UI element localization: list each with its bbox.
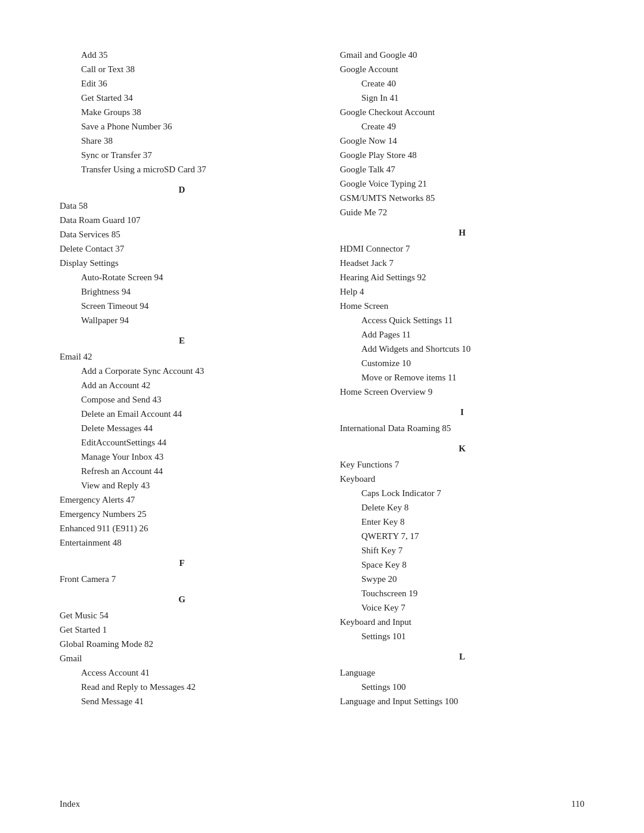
index-entry: Hearing Aid Settings 92 — [340, 270, 584, 284]
index-entry: Customize 10 — [340, 356, 584, 370]
index-entry: Make Groups 38 — [60, 105, 304, 119]
index-entry: Google Talk 47 — [340, 162, 584, 176]
section-letter-k: K — [340, 444, 584, 454]
index-entry: Emergency Numbers 25 — [60, 507, 304, 521]
index-entry: Data 58 — [60, 199, 304, 213]
index-entry: Data Services 85 — [60, 227, 304, 241]
index-entry: View and Reply 43 — [60, 478, 304, 493]
index-entry: Gmail — [60, 651, 304, 665]
section-letter-h: H — [340, 228, 584, 238]
index-entry: Wallpaper 94 — [60, 313, 304, 327]
index-entry: Call or Text 38 — [60, 62, 304, 76]
index-entry: Headset Jack 7 — [340, 256, 584, 270]
index-entry: Enter Key 8 — [340, 515, 584, 529]
index-entry: Edit 36 — [60, 76, 304, 91]
index-entry: Swype 20 — [340, 572, 584, 586]
index-entry: Get Started 1 — [60, 623, 304, 637]
index-entry: Gmail and Google 40 — [340, 48, 584, 62]
index-entry: Manage Your Inbox 43 — [60, 450, 304, 464]
index-entry: QWERTY 7, 17 — [340, 529, 584, 543]
index-entry: Touchscreen 19 — [340, 586, 584, 600]
index-entry: Guide Me 72 — [340, 205, 584, 219]
page-footer: Index 110 — [0, 799, 644, 809]
index-entry: Sync or Transfer 37 — [60, 148, 304, 162]
right-column: Gmail and Google 40Google AccountCreate … — [328, 48, 584, 708]
index-entry: Keyboard — [340, 472, 584, 486]
index-entry: Share 38 — [60, 134, 304, 148]
index-entry: Email 42 — [60, 349, 304, 364]
index-entry: Move or Remove items 11 — [340, 370, 584, 385]
section-letter-e: E — [60, 336, 304, 346]
index-entry: International Data Roaming 85 — [340, 421, 584, 435]
index-entry: Delete Contact 37 — [60, 241, 304, 256]
section-letter-f: F — [60, 558, 304, 568]
index-entry: Add a Corporate Sync Account 43 — [60, 364, 304, 378]
index-entry: Sign In 41 — [340, 91, 584, 105]
left-column: Add 35Call or Text 38Edit 36Get Started … — [60, 48, 328, 708]
index-entry: Google Now 14 — [340, 134, 584, 148]
footer-left: Index — [60, 799, 80, 809]
index-entry: Delete Key 8 — [340, 500, 584, 515]
index-entry: Google Account — [340, 62, 584, 76]
index-entry: Language — [340, 665, 584, 680]
index-entry: Google Play Store 48 — [340, 148, 584, 162]
index-entry: Screen Timeout 94 — [60, 299, 304, 313]
index-entry: Keyboard and Input — [340, 615, 584, 629]
index-entry: Home Screen Overview 9 — [340, 385, 584, 399]
index-entry: Global Roaming Mode 82 — [60, 637, 304, 651]
index-entry: Brightness 94 — [60, 284, 304, 299]
index-entry: GSM/UMTS Networks 85 — [340, 191, 584, 205]
index-entry: Add an Account 42 — [60, 378, 304, 392]
section-letter-i: I — [340, 407, 584, 417]
index-entry: Create 40 — [340, 76, 584, 91]
index-entry: Get Music 54 — [60, 608, 304, 623]
index-entry: Home Screen — [340, 299, 584, 313]
index-entry: Key Functions 7 — [340, 457, 584, 472]
index-entry: Get Started 34 — [60, 91, 304, 105]
index-entry: Access Quick Settings 11 — [340, 313, 584, 327]
index-columns: Add 35Call or Text 38Edit 36Get Started … — [0, 48, 644, 708]
index-entry: Data Roam Guard 107 — [60, 213, 304, 227]
index-entry: Emergency Alerts 47 — [60, 493, 304, 507]
section-letter-g: G — [60, 594, 304, 605]
index-entry: Settings 100 — [340, 680, 584, 694]
index-entry: Voice Key 7 — [340, 600, 584, 615]
index-entry: Enhanced 911 (E911) 26 — [60, 521, 304, 535]
index-entry: Send Message 41 — [60, 694, 304, 708]
index-entry: Add Widgets and Shortcuts 10 — [340, 342, 584, 356]
index-entry: Google Checkout Account — [340, 105, 584, 119]
section-letter-l: L — [340, 652, 584, 662]
index-entry: Compose and Send 43 — [60, 392, 304, 407]
index-entry: Language and Input Settings 100 — [340, 694, 584, 708]
footer-right: 110 — [571, 799, 584, 809]
index-entry: Space Key 8 — [340, 558, 584, 572]
index-entry: Help 4 — [340, 284, 584, 299]
index-entry: HDMI Connector 7 — [340, 241, 584, 256]
section-letter-d: D — [60, 185, 304, 195]
index-entry: Save a Phone Number 36 — [60, 119, 304, 134]
index-entry: Display Settings — [60, 256, 304, 270]
index-entry: Add Pages 11 — [340, 327, 584, 342]
index-entry: Auto-Rotate Screen 94 — [60, 270, 304, 284]
index-entry: Transfer Using a microSD Card 37 — [60, 162, 304, 176]
page: Add 35Call or Text 38Edit 36Get Started … — [0, 0, 644, 833]
index-entry: Google Voice Typing 21 — [340, 176, 584, 191]
index-entry: Settings 101 — [340, 629, 584, 643]
index-entry: Delete an Email Account 44 — [60, 407, 304, 421]
index-entry: Delete Messages 44 — [60, 421, 304, 435]
index-entry: Create 49 — [340, 119, 584, 134]
index-entry: Entertainment 48 — [60, 535, 304, 550]
index-entry: Read and Reply to Messages 42 — [60, 680, 304, 694]
index-entry: Access Account 41 — [60, 665, 304, 680]
index-entry: Add 35 — [60, 48, 304, 62]
index-entry: Front Camera 7 — [60, 572, 304, 586]
index-entry: EditAccountSettings 44 — [60, 435, 304, 450]
index-entry: Refresh an Account 44 — [60, 464, 304, 478]
index-entry: Shift Key 7 — [340, 543, 584, 558]
index-entry: Caps Lock Indicator 7 — [340, 486, 584, 500]
